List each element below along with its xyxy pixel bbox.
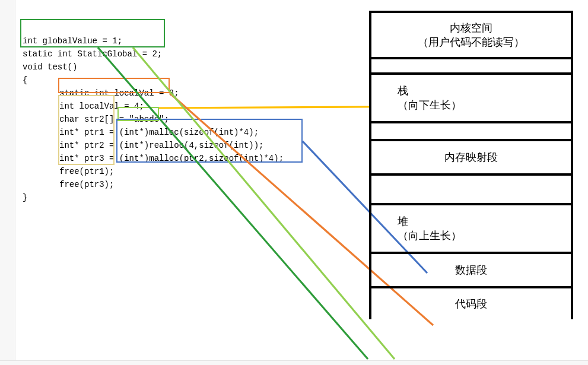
mem-mmap-label: 内存映射段 [444,151,498,163]
mem-gap [371,176,571,205]
mem-stack-l1: 栈 [398,85,408,97]
mem-stack: 栈 （向下生长） [371,75,571,123]
mem-code-segment: 代码段 [371,288,571,319]
code-line: { [23,75,27,85]
global-box [20,19,165,47]
mem-mmap: 内存映射段 [371,141,571,176]
mem-kernel: 内核空间 （用户代码不能读写） [371,13,571,59]
code-line: } [23,193,27,202]
mem-kernel-l2: （用户代码不能读写） [418,36,525,48]
mem-kernel-l1: 内核空间 [450,22,492,34]
doc-bottom-ruler [0,360,588,365]
mem-heap: 堆 （向上生长） [371,205,571,254]
code-line: free(ptr1); [59,167,114,176]
mem-data-segment: 数据段 [371,254,571,288]
mem-stack-l2: （向下生长） [398,99,462,111]
code-line: free(ptr3); [59,180,114,189]
code-line: void test() [23,62,77,72]
memory-layout: 内核空间 （用户代码不能读写） 栈 （向下生长） 内存映射段 堆 （向上生长） … [369,11,573,319]
code-line: static int StaticGlobal = 2; [23,49,162,59]
mem-heap-l1: 堆 [398,215,408,227]
local-vars-box [58,95,115,165]
doc-left-margin [0,0,15,365]
mem-data-label: 数据段 [455,264,487,276]
mem-gap [371,59,571,75]
mem-heap-l2: （向上生长） [398,230,462,242]
mem-gap [371,123,571,141]
heap-alloc-box [116,119,303,163]
static-local-box [58,78,170,93]
mem-code-label: 代码段 [455,298,487,310]
